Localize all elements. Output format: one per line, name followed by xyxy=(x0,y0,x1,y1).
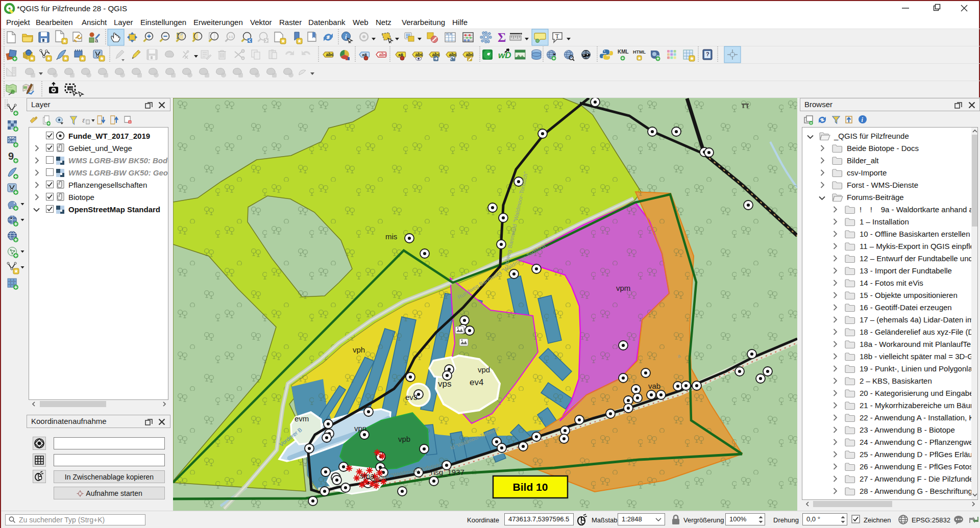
svg-text:mis: mis xyxy=(385,232,397,241)
svg-text:ε: ε xyxy=(83,116,85,124)
svg-text:abc: abc xyxy=(326,52,334,57)
svg-text:vps: vps xyxy=(438,379,451,389)
svg-text:?: ? xyxy=(706,51,709,57)
svg-text:HTML: HTML xyxy=(633,49,646,55)
svg-text:a: a xyxy=(95,37,99,43)
svg-text:O: O xyxy=(53,89,55,92)
svg-text:vpm: vpm xyxy=(616,284,630,292)
svg-text:ev4: ev4 xyxy=(470,378,483,387)
svg-text:abc: abc xyxy=(415,52,424,57)
svg-text:abc: abc xyxy=(379,52,387,57)
svg-text:ev3: ev3 xyxy=(405,393,418,401)
svg-text:evm: evm xyxy=(295,414,309,423)
svg-text:1:1: 1:1 xyxy=(229,35,233,38)
svg-text:Σ: Σ xyxy=(498,31,506,44)
svg-text:KML: KML xyxy=(618,49,629,55)
svg-text:vab: vab xyxy=(648,382,660,390)
svg-text:vph: vph xyxy=(353,345,365,354)
svg-text:Bild 10: Bild 10 xyxy=(513,481,548,493)
svg-text:vpd: vpd xyxy=(478,365,490,374)
svg-text:vpn: vpn xyxy=(354,424,366,433)
svg-text:vpb: vpb xyxy=(398,435,410,443)
svg-text:nsg_1937: nsg_1937 xyxy=(431,468,464,476)
svg-text:T: T xyxy=(555,33,559,40)
